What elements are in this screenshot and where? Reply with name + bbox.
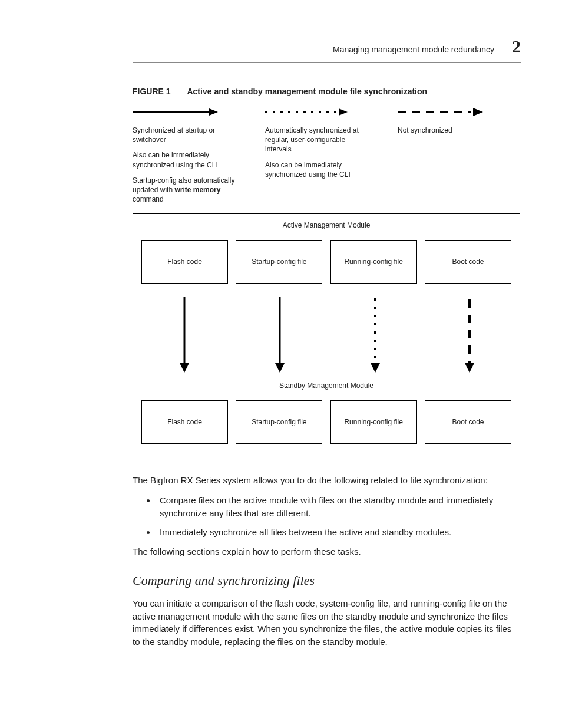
figure-label: FIGURE 1 [133,87,171,96]
intro-paragraph: The BigIron RX Series system allows you … [133,474,521,487]
list-item: Immediately synchronize all files betwee… [156,526,521,539]
diagram-box-running-config: Running-config file [330,240,417,284]
sync-diagram: Active Management Module Flash code Star… [133,213,521,457]
active-module-box: Active Management Module Flash code Star… [133,213,520,297]
figure-legend: Synchronized at startup or switchover Al… [133,107,521,210]
bullet-list: Compare files on the active module with … [133,494,521,538]
dotted-arrow-icon [265,107,351,122]
diagram-box-flash-code: Flash code [141,400,228,444]
solid-arrow-icon [133,107,218,122]
header-chapter-number: 2 [512,37,521,57]
diagram-box-startup-config: Startup-config file [236,400,322,444]
legend-text: Startup-config also automatically update… [133,176,236,205]
legend-text: Also can be immediately synchronized usi… [265,160,368,179]
header-title: Managing management module redundancy [333,45,494,54]
section-subheading: Comparing and synchronizing files [133,571,521,590]
legend-text: Automatically synchronized at regular, u… [265,126,368,154]
page-header: Managing management module redundancy 2 [133,37,521,63]
diagram-box-startup-config: Startup-config file [236,240,322,284]
svg-marker-5 [473,108,483,116]
body-text: The BigIron RX Series system allows you … [133,474,521,648]
follow-paragraph: The following sections explain how to pe… [133,545,521,558]
diagram-box-boot-code: Boot code [425,240,511,284]
legend-col-dotted: Automatically synchronized at regular, u… [265,107,368,210]
legend-text: Also can be immediately synchronized usi… [133,150,236,169]
svg-marker-7 [180,363,189,373]
svg-marker-3 [339,108,348,116]
dashed-arrow-icon [398,107,483,122]
svg-marker-11 [371,363,380,373]
body-paragraph: You can initiate a comparison of the fla… [133,597,521,648]
svg-marker-13 [465,363,474,373]
standby-module-box: Standby Management Module Flash code Sta… [133,374,520,457]
diagram-arrows [133,297,520,374]
standby-module-title: Standby Management Module [141,381,511,390]
figure-caption-text: Active and standby management module fil… [187,87,427,96]
svg-marker-9 [275,363,285,373]
legend-text: Synchronized at startup or switchover [133,126,236,144]
diagram-box-running-config: Running-config file [330,400,417,444]
list-item: Compare files on the active module with … [156,494,521,520]
legend-col-dashed: Not synchronized [398,107,501,210]
figure-caption: FIGURE 1 Active and standby management m… [133,87,521,96]
legend-text: Not synchronized [398,126,501,135]
diagram-box-boot-code: Boot code [425,400,511,444]
active-module-title: Active Management Module [141,221,511,229]
legend-col-solid: Synchronized at startup or switchover Al… [133,107,236,210]
diagram-box-flash-code: Flash code [141,240,228,284]
svg-marker-1 [209,108,218,116]
